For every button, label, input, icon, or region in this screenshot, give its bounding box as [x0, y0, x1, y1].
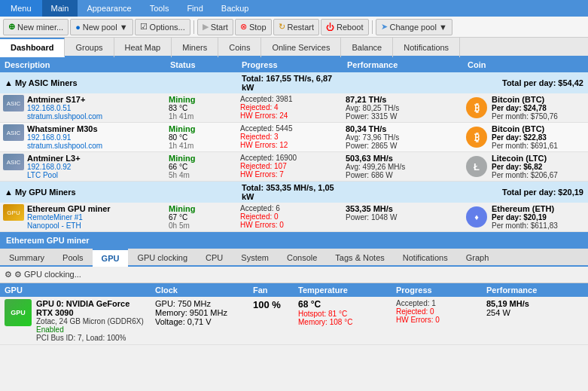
gpu-row-status: Enabled: [36, 325, 146, 334]
table-row: ASIC Whatsminer M30s 192.168.0.91 stratu…: [0, 123, 588, 152]
sub-tab-tags-notes[interactable]: Tags & Notes: [326, 249, 393, 267]
miner-1-ip: 192.168.0.51: [27, 104, 102, 112]
sub-tabs-row: Summary Pools GPU GPU clocking CPU Syste…: [0, 249, 588, 267]
miner-1-temp: 83 °C: [169, 104, 234, 112]
miner-2-name: Whatsminer M30s: [27, 124, 102, 133]
new-pool-button[interactable]: ● New pool ▼: [70, 19, 133, 35]
miner-1-uptime: 1h 41m: [169, 112, 234, 121]
tab-coins[interactable]: Coins: [218, 38, 261, 57]
miner-2-desc: ASIC Whatsminer M30s 192.168.0.91 stratu…: [0, 123, 166, 152]
gpu-row-progress: Accepted: 1 Rejected: 0 HW Errors: 0: [391, 297, 482, 345]
ltc-coin-icon: Ł: [466, 156, 487, 177]
gpu-section-label: ▲ My GPU Miners: [0, 182, 237, 203]
asic-section-header: ▲ My ASIC Miners Total: 167,55 TH/s, 6,8…: [0, 72, 588, 93]
miner-3-rejected: Rejected: 107: [240, 162, 340, 170]
menu-find-item[interactable]: Find: [178, 0, 212, 17]
menu-bar: Menu Main Appearance Tools Find Backup: [0, 0, 588, 17]
sub-tab-gpu[interactable]: GPU: [93, 249, 129, 267]
asic-total: Total: 167,55 TH/s, 6,87 kW: [237, 72, 343, 93]
separator-2: [372, 20, 373, 34]
miner-1-perf-power: Power: 3315 W: [346, 112, 460, 121]
tab-miners[interactable]: Miners: [172, 38, 218, 57]
miner-1-perf-main: 87,21 TH/s: [346, 95, 460, 104]
gpu-col-temp: Temperature: [294, 283, 391, 297]
sub-tab-cpu[interactable]: CPU: [197, 249, 232, 267]
gpu-col-clock: Clock: [151, 283, 248, 297]
gpu-miner-1-extra2: Nanopool - ETH: [27, 221, 111, 230]
gpu-miner-1-progress: Accepted: 6 Rejected: 0 HW Errors: 0: [237, 203, 343, 232]
gpu-row-desc: GPU GPU 0: NVIDIA GeForce RTX 3090 Zotac…: [0, 297, 151, 345]
sub-tab-pools[interactable]: Pools: [53, 249, 93, 267]
sub-tab-gpu-clocking[interactable]: GPU clocking: [128, 249, 197, 267]
miner-1-status: Mining 83 °C 1h 41m: [166, 93, 237, 123]
bottom-section-title-text: Ethereum GPU miner: [6, 236, 90, 245]
gpu-miner-1-performance: 353,35 MH/s Power: 1048 W: [343, 203, 463, 232]
gpu-col-gpu: GPU: [0, 283, 151, 297]
asic-miner-icon-3: ASIC: [3, 154, 24, 170]
miner-2-performance: 80,34 TH/s Avg: 73,96 TH/s Power: 2865 W: [343, 123, 463, 152]
miner-2-coin-day: Per day: $22,83: [492, 133, 558, 142]
menu-backup-item[interactable]: Backup: [212, 0, 258, 17]
gpu-miner-1-hw-errors: HW Errors: 0: [240, 221, 340, 229]
table-row: ASIC Antminer L3+ 192.168.0.92 LTC Pool …: [0, 152, 588, 182]
sub-tab-system[interactable]: System: [232, 249, 278, 267]
tab-groups[interactable]: Groups: [65, 38, 114, 57]
miner-3-desc: ASIC Antminer L3+ 192.168.0.92 LTC Pool: [0, 152, 166, 182]
miner-3-status-label: Mining: [169, 154, 234, 163]
miner-3-temp: 66 °C: [169, 163, 234, 171]
gpu-clocking-label: ⚙ GPU clocking...: [14, 270, 81, 280]
gpu-perf-w: 254 W: [486, 308, 583, 317]
options-button[interactable]: ☑ Options...: [135, 19, 190, 35]
restart-button[interactable]: ↻ Restart: [273, 19, 319, 35]
gpu-row-model: Zotac, 24 GB Micron (GDDR6X): [36, 317, 146, 325]
miner-3-pool: LTC Pool: [27, 171, 81, 179]
start-button[interactable]: ▶ Start: [197, 19, 233, 35]
tab-heatmap[interactable]: Heat Map: [114, 38, 172, 57]
miner-3-coin-name: Litecoin (LTC): [492, 154, 558, 163]
new-miner-button[interactable]: ⊕ New miner...: [3, 19, 69, 35]
gpu-miner-icon: GPU: [3, 204, 24, 221]
sub-tab-notifications[interactable]: Notifications: [394, 249, 457, 267]
miner-2-pool: stratum.slushpool.com: [27, 142, 102, 150]
menu-appearance-item[interactable]: Appearance: [78, 0, 140, 17]
menu-menu-item[interactable]: Menu: [0, 0, 42, 17]
miner-3-coin: Ł Litecoin (LTC) Per day: $6,82 Per mont…: [463, 152, 588, 182]
change-pool-button[interactable]: ➤ Change pool ▼: [376, 19, 452, 35]
col-header-progress: Progress: [237, 57, 343, 72]
tab-notifications[interactable]: Notifications: [393, 38, 460, 57]
miner-1-coin-name: Bitcoin (BTC): [492, 95, 558, 104]
gpu-miner-1-coin-name: Ethereum (ETH): [492, 204, 558, 213]
sub-tab-summary[interactable]: Summary: [0, 249, 53, 267]
gpu-col-fan: Fan: [248, 283, 294, 297]
separator-1: [193, 20, 194, 34]
tab-balance[interactable]: Balance: [341, 38, 393, 57]
stop-button[interactable]: ⊗ Stop: [235, 19, 272, 35]
checkbox-icon: ☑: [140, 22, 148, 32]
asic-section-label: ▲ My ASIC Miners: [0, 72, 237, 93]
col-header-coin: Coin: [463, 57, 588, 72]
sub-tab-graph[interactable]: Graph: [457, 249, 498, 267]
miner-1-perf-avg: Avg: 80,25 TH/s: [346, 104, 460, 112]
tab-dashboard[interactable]: Dashboard: [0, 38, 65, 57]
reboot-button[interactable]: ⏻ Reboot: [321, 19, 368, 35]
restart-icon: ↻: [279, 22, 285, 32]
gpu-card-icon: GPU: [5, 299, 32, 326]
miner-2-temp: 80 °C: [169, 133, 234, 142]
gpu-clocking-button[interactable]: ⚙ ⚙ GPU clocking...: [5, 270, 81, 280]
gpu-row-clock: GPU: 750 MHz Memory: 9501 MHz Voltage: 0…: [151, 297, 248, 345]
gpu-detail-table: GPU Clock Fan Temperature Progress Perfo…: [0, 283, 588, 345]
tab-online-services[interactable]: Online Services: [261, 38, 341, 57]
miner-2-perf-avg: Avg: 73,96 TH/s: [346, 133, 460, 142]
gpu-row-name: GPU 0: NVIDIA GeForce RTX 3090: [36, 299, 146, 317]
btc-coin-icon: ₿: [466, 97, 487, 118]
miner-3-coin-month: Per month: $206,67: [492, 171, 558, 179]
miner-3-progress: Accepted: 16900 Rejected: 107 HW Errors:…: [237, 152, 343, 182]
miner-1-performance: 87,21 TH/s Avg: 80,25 TH/s Power: 3315 W: [343, 93, 463, 123]
miner-2-accepted: Accepted: 5445: [240, 124, 340, 133]
gear-icon: ⚙: [5, 270, 12, 280]
menu-tools-item[interactable]: Tools: [141, 0, 178, 17]
menu-main-item[interactable]: Main: [42, 0, 78, 17]
miner-2-uptime: 1h 41m: [169, 142, 234, 150]
table-row: ASIC Antminer S17+ 192.168.0.51 stratum.…: [0, 93, 588, 123]
sub-tab-console[interactable]: Console: [278, 249, 326, 267]
